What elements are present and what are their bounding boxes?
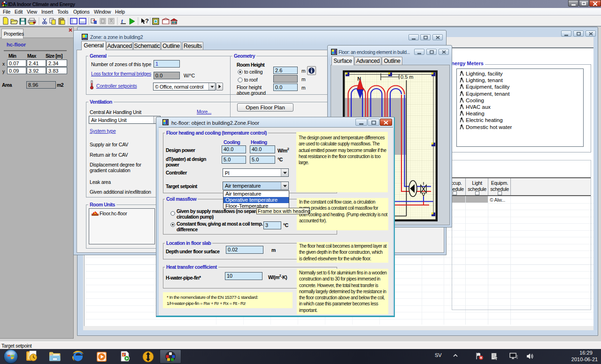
svg-text:?: ? <box>145 17 149 24</box>
svg-text:0.5 m: 0.5 m <box>401 74 414 80</box>
